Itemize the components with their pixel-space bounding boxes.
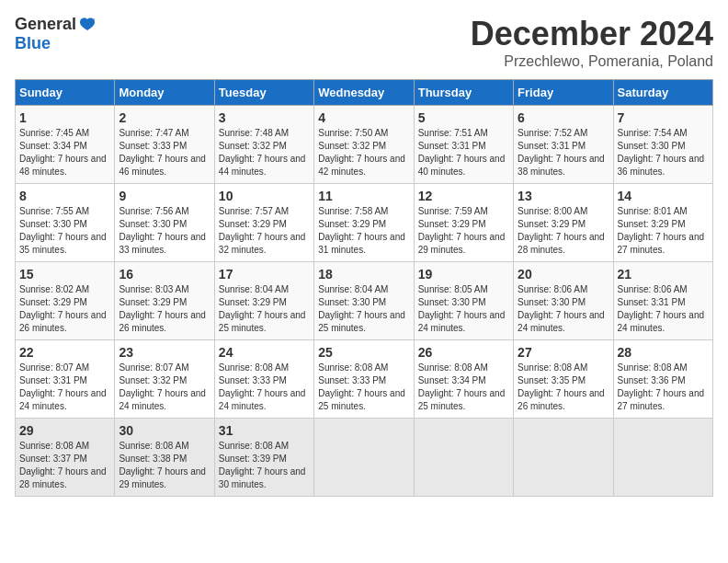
calendar-cell: 24 Sunrise: 8:08 AMSunset: 3:33 PMDaylig…	[214, 340, 313, 419]
day-header-sunday: Sunday	[16, 80, 115, 106]
day-detail: Sunrise: 8:00 AMSunset: 3:29 PMDaylight:…	[518, 206, 605, 255]
calendar-cell: 27 Sunrise: 8:08 AMSunset: 3:35 PMDaylig…	[514, 340, 613, 419]
day-detail: Sunrise: 7:54 AMSunset: 3:30 PMDaylight:…	[618, 128, 705, 177]
calendar-cell: 9 Sunrise: 7:56 AMSunset: 3:30 PMDayligh…	[115, 184, 214, 262]
calendar-week-row: 29 Sunrise: 8:08 AMSunset: 3:37 PMDaylig…	[16, 419, 713, 497]
day-number: 21	[618, 267, 709, 282]
day-number: 24	[219, 345, 310, 360]
calendar-body: 1 Sunrise: 7:45 AMSunset: 3:34 PMDayligh…	[16, 106, 713, 497]
day-detail: Sunrise: 8:07 AMSunset: 3:32 PMDaylight:…	[119, 362, 206, 411]
day-number: 18	[318, 267, 409, 282]
calendar-header-row: SundayMondayTuesdayWednesdayThursdayFrid…	[16, 80, 713, 106]
day-detail: Sunrise: 8:06 AMSunset: 3:30 PMDaylight:…	[518, 284, 605, 333]
day-number: 3	[219, 110, 310, 125]
calendar-cell: 10 Sunrise: 7:57 AMSunset: 3:29 PMDaylig…	[214, 184, 313, 262]
calendar-week-row: 22 Sunrise: 8:07 AMSunset: 3:31 PMDaylig…	[16, 340, 713, 419]
day-number: 28	[618, 345, 709, 360]
logo-bird-icon	[78, 16, 97, 34]
day-number: 14	[618, 189, 709, 203]
day-detail: Sunrise: 7:57 AMSunset: 3:29 PMDaylight:…	[219, 206, 306, 255]
calendar-cell	[514, 419, 613, 497]
calendar-cell: 26 Sunrise: 8:08 AMSunset: 3:34 PMDaylig…	[414, 340, 513, 419]
day-number: 20	[518, 267, 609, 282]
day-number: 30	[119, 423, 210, 438]
day-detail: Sunrise: 8:07 AMSunset: 3:31 PMDaylight:…	[19, 362, 107, 411]
day-number: 22	[19, 345, 110, 360]
day-detail: Sunrise: 8:08 AMSunset: 3:33 PMDaylight:…	[318, 362, 405, 411]
day-number: 19	[418, 267, 509, 282]
day-number: 8	[19, 189, 110, 203]
day-detail: Sunrise: 8:02 AMSunset: 3:29 PMDaylight:…	[19, 284, 107, 333]
title-area: December 2024 Przechlewo, Pomerania, Pol…	[471, 15, 713, 70]
calendar-cell: 31 Sunrise: 8:08 AMSunset: 3:39 PMDaylig…	[214, 419, 313, 497]
day-detail: Sunrise: 8:06 AMSunset: 3:31 PMDaylight:…	[618, 284, 705, 333]
day-number: 10	[219, 189, 310, 203]
day-number: 25	[318, 345, 409, 360]
calendar-cell: 16 Sunrise: 8:03 AMSunset: 3:29 PMDaylig…	[115, 262, 214, 340]
calendar-cell	[613, 419, 712, 497]
logo: General Blue	[15, 15, 97, 53]
day-detail: Sunrise: 7:47 AMSunset: 3:33 PMDaylight:…	[119, 128, 206, 177]
day-header-wednesday: Wednesday	[314, 80, 414, 106]
day-detail: Sunrise: 7:50 AMSunset: 3:32 PMDaylight:…	[318, 128, 405, 177]
calendar-cell	[314, 419, 414, 497]
month-title: December 2024	[471, 15, 713, 53]
calendar-cell: 30 Sunrise: 8:08 AMSunset: 3:38 PMDaylig…	[115, 419, 214, 497]
calendar-cell: 25 Sunrise: 8:08 AMSunset: 3:33 PMDaylig…	[314, 340, 414, 419]
calendar-cell: 2 Sunrise: 7:47 AMSunset: 3:33 PMDayligh…	[115, 106, 214, 184]
day-detail: Sunrise: 8:08 AMSunset: 3:33 PMDaylight:…	[219, 362, 306, 411]
day-number: 9	[119, 189, 210, 203]
calendar-cell: 7 Sunrise: 7:54 AMSunset: 3:30 PMDayligh…	[613, 106, 712, 184]
calendar-cell: 8 Sunrise: 7:55 AMSunset: 3:30 PMDayligh…	[16, 184, 115, 262]
day-detail: Sunrise: 8:08 AMSunset: 3:37 PMDaylight:…	[19, 441, 107, 489]
calendar-table: SundayMondayTuesdayWednesdayThursdayFrid…	[15, 79, 713, 497]
calendar-cell: 6 Sunrise: 7:52 AMSunset: 3:31 PMDayligh…	[514, 106, 613, 184]
day-number: 29	[19, 423, 110, 438]
day-number: 2	[119, 110, 210, 125]
day-number: 23	[119, 345, 210, 360]
day-detail: Sunrise: 8:05 AMSunset: 3:30 PMDaylight:…	[418, 284, 506, 333]
day-number: 1	[19, 110, 110, 125]
day-detail: Sunrise: 7:51 AMSunset: 3:31 PMDaylight:…	[418, 128, 506, 177]
calendar-cell: 20 Sunrise: 8:06 AMSunset: 3:30 PMDaylig…	[514, 262, 613, 340]
calendar-cell: 18 Sunrise: 8:04 AMSunset: 3:30 PMDaylig…	[314, 262, 414, 340]
calendar-cell: 3 Sunrise: 7:48 AMSunset: 3:32 PMDayligh…	[214, 106, 313, 184]
calendar-cell: 23 Sunrise: 8:07 AMSunset: 3:32 PMDaylig…	[115, 340, 214, 419]
calendar-cell: 14 Sunrise: 8:01 AMSunset: 3:29 PMDaylig…	[613, 184, 712, 262]
calendar-cell: 12 Sunrise: 7:59 AMSunset: 3:29 PMDaylig…	[414, 184, 513, 262]
day-detail: Sunrise: 7:58 AMSunset: 3:29 PMDaylight:…	[318, 206, 405, 255]
calendar-week-row: 8 Sunrise: 7:55 AMSunset: 3:30 PMDayligh…	[16, 184, 713, 262]
logo-general: General	[15, 15, 76, 34]
day-detail: Sunrise: 7:55 AMSunset: 3:30 PMDaylight:…	[19, 206, 107, 255]
page-header: General Blue December 2024 Przechlewo, P…	[15, 15, 713, 70]
calendar-cell: 13 Sunrise: 8:00 AMSunset: 3:29 PMDaylig…	[514, 184, 613, 262]
calendar-cell: 5 Sunrise: 7:51 AMSunset: 3:31 PMDayligh…	[414, 106, 513, 184]
day-detail: Sunrise: 7:56 AMSunset: 3:30 PMDaylight:…	[119, 206, 206, 255]
calendar-cell: 28 Sunrise: 8:08 AMSunset: 3:36 PMDaylig…	[613, 340, 712, 419]
day-number: 15	[19, 267, 110, 282]
day-detail: Sunrise: 8:08 AMSunset: 3:39 PMDaylight:…	[219, 441, 306, 489]
calendar-cell: 21 Sunrise: 8:06 AMSunset: 3:31 PMDaylig…	[613, 262, 712, 340]
day-detail: Sunrise: 8:04 AMSunset: 3:29 PMDaylight:…	[219, 284, 306, 333]
day-number: 6	[518, 110, 609, 125]
day-number: 7	[618, 110, 709, 125]
day-header-monday: Monday	[115, 80, 214, 106]
day-detail: Sunrise: 8:03 AMSunset: 3:29 PMDaylight:…	[119, 284, 206, 333]
day-detail: Sunrise: 7:52 AMSunset: 3:31 PMDaylight:…	[518, 128, 605, 177]
day-number: 4	[318, 110, 409, 125]
day-header-saturday: Saturday	[613, 80, 712, 106]
day-header-tuesday: Tuesday	[214, 80, 313, 106]
day-detail: Sunrise: 8:04 AMSunset: 3:30 PMDaylight:…	[318, 284, 405, 333]
day-detail: Sunrise: 8:08 AMSunset: 3:35 PMDaylight:…	[518, 362, 605, 411]
calendar-cell: 1 Sunrise: 7:45 AMSunset: 3:34 PMDayligh…	[16, 106, 115, 184]
calendar-cell: 29 Sunrise: 8:08 AMSunset: 3:37 PMDaylig…	[16, 419, 115, 497]
day-number: 26	[418, 345, 509, 360]
day-header-thursday: Thursday	[414, 80, 513, 106]
calendar-week-row: 15 Sunrise: 8:02 AMSunset: 3:29 PMDaylig…	[16, 262, 713, 340]
day-detail: Sunrise: 7:45 AMSunset: 3:34 PMDaylight:…	[19, 128, 107, 177]
day-number: 13	[518, 189, 609, 203]
day-header-friday: Friday	[514, 80, 613, 106]
calendar-cell: 22 Sunrise: 8:07 AMSunset: 3:31 PMDaylig…	[16, 340, 115, 419]
calendar-cell: 17 Sunrise: 8:04 AMSunset: 3:29 PMDaylig…	[214, 262, 313, 340]
logo-blue: Blue	[15, 34, 51, 53]
